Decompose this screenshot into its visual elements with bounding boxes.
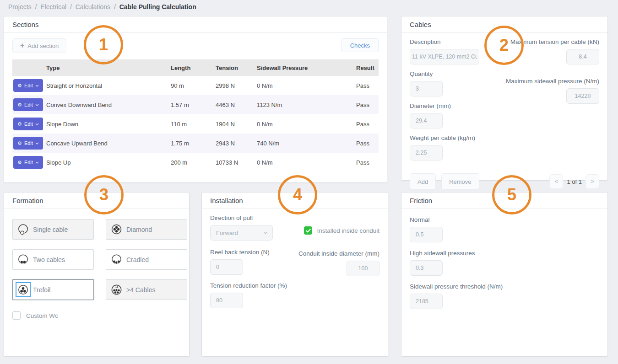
breadcrumb: Projects / Electrical / Calculations / C…	[8, 3, 196, 11]
cables-panel-title: Cables	[401, 16, 607, 33]
diameter-label: Diameter (mm)	[410, 102, 479, 109]
chevron-down-icon	[35, 142, 39, 145]
chevron-down-icon	[35, 85, 39, 87]
section-result: Pass	[351, 159, 379, 166]
chevron-down-icon	[35, 104, 39, 106]
table-row: ⚙ Edit Slope Up 200 m 10733 N 0 N/m Pass	[12, 153, 379, 172]
reel-back-tension-label: Reel back tension (N)	[210, 249, 295, 256]
section-sidewall: 0 N/m	[251, 121, 351, 128]
breadcrumb-separator: /	[114, 3, 116, 11]
section-type: Slope Up	[41, 159, 165, 166]
installation-panel: Installation Direction of pull Forward R…	[201, 192, 388, 357]
chevron-down-icon	[263, 231, 268, 234]
description-label: Description	[410, 38, 479, 45]
chevron-down-icon	[35, 123, 39, 125]
column-header-sidewall: Sidewall Pressure	[251, 64, 351, 71]
friction-panel: Friction Normal High sidewall pressures …	[401, 192, 608, 357]
edit-section-button[interactable]: ⚙ Edit	[13, 98, 43, 111]
two-cables-icon	[17, 253, 29, 266]
sections-table-header: Type Length Tension Sidewall Pressure Re…	[12, 59, 379, 76]
conduit-diameter-input[interactable]	[347, 261, 379, 276]
cradled-icon	[110, 253, 123, 266]
formation-option-two-cables[interactable]: Two cables	[12, 249, 94, 270]
section-length: 90 m	[165, 82, 210, 89]
section-tension: 2998 N	[210, 82, 251, 89]
section-type: Straight or Horizontal	[41, 82, 165, 89]
breadcrumb-current-page: Cable Pulling Calculation	[119, 3, 196, 11]
table-row: ⚙ Edit Straight or Horizontal 90 m 2998 …	[12, 76, 379, 95]
edit-section-button[interactable]: ⚙ Edit	[13, 79, 43, 92]
section-length: 1.57 m	[165, 102, 210, 108]
checks-button[interactable]: Checks	[342, 38, 379, 52]
friction-panel-title: Friction	[401, 193, 607, 209]
diamond-icon	[110, 223, 123, 236]
formation-panel-title: Formation	[4, 193, 189, 209]
table-row: ⚙ Edit Slope Down 110 m 1904 N 0 N/m Pas…	[12, 114, 379, 134]
quantity-label: Quantity	[410, 70, 479, 77]
column-header-tension: Tension	[210, 64, 251, 71]
sections-table: Type Length Tension Sidewall Pressure Re…	[12, 59, 379, 172]
pagination-label: 1 of 1	[567, 178, 582, 185]
section-length: 200 m	[165, 159, 210, 166]
table-row: ⚙ Edit Concave Upward Bend 1.75 m 2943 N…	[12, 134, 379, 153]
gear-icon: ⚙	[17, 160, 22, 165]
cables-panel: Cables Description Quantity Diameter (mm…	[401, 16, 608, 181]
cables-pagination: < 1 of 1 >	[549, 174, 599, 189]
custom-wc-checkbox[interactable]	[12, 311, 21, 320]
max-tension-input[interactable]	[566, 49, 599, 64]
section-tension: 1904 N	[210, 121, 251, 128]
edit-section-button[interactable]: ⚙ Edit	[13, 118, 43, 130]
section-result: Pass	[351, 82, 379, 89]
pagination-next-button[interactable]: >	[585, 174, 599, 189]
formation-option-more-than-4-cables[interactable]: >4 >4 Cables	[106, 279, 187, 300]
formation-option-diamond[interactable]: Diamond	[106, 219, 187, 240]
description-input[interactable]	[410, 49, 479, 64]
section-type: Concave Upward Bend	[41, 140, 165, 147]
quantity-input[interactable]	[410, 81, 443, 96]
installed-inside-conduit-checkbox[interactable]	[304, 226, 312, 235]
section-type: Convex Downward Bend	[41, 102, 165, 108]
reel-back-tension-input[interactable]	[210, 259, 243, 275]
direction-of-pull-label: Direction of pull	[210, 214, 295, 221]
breadcrumb-projects[interactable]: Projects	[8, 3, 32, 11]
friction-normal-input[interactable]	[410, 227, 443, 242]
formation-option-single-cable[interactable]: Single cable	[12, 219, 94, 240]
gear-icon: ⚙	[17, 102, 22, 107]
check-icon	[306, 229, 311, 233]
max-tension-label: Maximum tension per cable (kN)	[506, 38, 599, 45]
diameter-input[interactable]	[410, 113, 443, 128]
remove-cable-button[interactable]: Remove	[441, 173, 479, 190]
trefoil-icon	[17, 284, 29, 296]
breadcrumb-electrical[interactable]: Electrical	[40, 3, 66, 11]
add-cable-button[interactable]: Add	[410, 173, 436, 190]
add-section-button[interactable]: + Add section	[12, 38, 66, 53]
tension-reduction-label: Tension reduction factor (%)	[210, 282, 295, 289]
section-result: Pass	[351, 121, 379, 128]
max-sidewall-label: Maximum sidewall pressure (N/m)	[506, 78, 599, 85]
friction-threshold-input[interactable]	[410, 294, 443, 309]
section-sidewall: 740 N/m	[251, 140, 351, 147]
gear-icon: ⚙	[17, 141, 22, 146]
edit-section-button[interactable]: ⚙ Edit	[13, 137, 43, 150]
formation-option-trefoil[interactable]: Trefoil	[12, 279, 94, 300]
svg-text:>4: >4	[115, 286, 118, 289]
breadcrumb-calculations[interactable]: Calculations	[76, 3, 110, 11]
section-sidewall: 1123 N/m	[251, 102, 351, 108]
section-length: 110 m	[165, 121, 210, 128]
friction-high-sidewall-input[interactable]	[410, 260, 443, 276]
friction-normal-label: Normal	[410, 216, 599, 223]
section-type: Slope Down	[41, 121, 165, 128]
gear-icon: ⚙	[17, 122, 22, 127]
friction-high-sidewall-label: High sidewall pressures	[410, 250, 599, 257]
many-cables-icon: >4	[110, 284, 123, 296]
column-header-length: Length	[165, 64, 210, 71]
direction-of-pull-select[interactable]: Forward	[210, 225, 273, 241]
chevron-down-icon	[35, 161, 39, 164]
edit-section-button[interactable]: ⚙ Edit	[13, 156, 43, 169]
pagination-prev-button[interactable]: <	[549, 174, 563, 189]
single-cable-icon	[17, 223, 29, 236]
formation-option-cradled[interactable]: Cradled	[106, 249, 187, 270]
max-sidewall-input[interactable]	[566, 88, 599, 104]
tension-reduction-input[interactable]	[210, 293, 243, 308]
weight-input[interactable]	[410, 145, 443, 161]
